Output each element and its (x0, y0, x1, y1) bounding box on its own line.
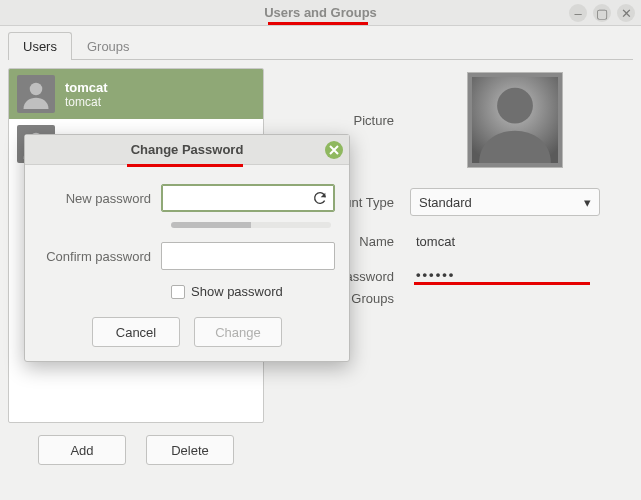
show-password-row[interactable]: Show password (171, 284, 335, 299)
account-type-combo[interactable]: Standard ▾ (410, 188, 600, 216)
new-password-row: New password (39, 184, 335, 212)
dialog-body: New password Confirm password Show passw… (25, 168, 349, 361)
tabbar: Users Groups (8, 30, 633, 60)
generate-password-icon[interactable] (312, 190, 328, 206)
dialog-actions: Cancel Change (39, 317, 335, 347)
add-user-button[interactable]: Add (38, 435, 126, 465)
refresh-icon (312, 190, 328, 206)
name-value[interactable]: tomcat (410, 234, 633, 249)
window-controls: – ▢ ✕ (569, 4, 635, 22)
annotation-under-password (414, 282, 590, 285)
new-password-input[interactable] (162, 185, 334, 211)
display-name: tomcat (65, 80, 108, 95)
dialog-title: Change Password (131, 142, 244, 157)
password-masked: •••••• (410, 267, 455, 282)
show-password-label: Show password (191, 284, 283, 299)
window-title: Users and Groups (264, 5, 377, 20)
dialog-titlebar: Change Password (25, 135, 349, 165)
close-icon (329, 145, 339, 155)
show-password-checkbox[interactable] (171, 285, 185, 299)
minimize-button[interactable]: – (569, 4, 587, 22)
tab-groups[interactable]: Groups (72, 32, 145, 60)
tab-users[interactable]: Users (8, 32, 72, 60)
delete-user-button[interactable]: Delete (146, 435, 234, 465)
picture-label: Picture (284, 113, 394, 128)
account-type-value: Standard (419, 195, 472, 210)
user-names: tomcat tomcat (65, 80, 108, 109)
change-button[interactable]: Change (194, 317, 282, 347)
new-password-label: New password (39, 191, 161, 206)
password-strength-bar (171, 222, 331, 228)
dialog-close-button[interactable] (325, 141, 343, 159)
annotation-under-dialog-title (127, 164, 243, 167)
user-list-actions: Add Delete (8, 435, 264, 465)
maximize-button[interactable]: ▢ (593, 4, 611, 22)
svg-point-3 (497, 88, 533, 124)
password-value-area[interactable]: •••••• (410, 267, 633, 285)
new-password-input-wrap (161, 184, 335, 212)
avatar-icon (17, 75, 55, 113)
chevron-down-icon: ▾ (584, 195, 591, 210)
confirm-password-input[interactable] (162, 243, 334, 269)
list-item[interactable]: tomcat tomcat (9, 69, 263, 119)
cancel-button[interactable]: Cancel (92, 317, 180, 347)
username: tomcat (65, 95, 108, 109)
close-button[interactable]: ✕ (617, 4, 635, 22)
confirm-password-input-wrap (161, 242, 335, 270)
change-password-dialog: Change Password New password Confirm pas… (24, 134, 350, 362)
confirm-password-label: Confirm password (39, 249, 161, 264)
svg-point-0 (30, 83, 43, 96)
annotation-under-title (268, 22, 368, 25)
confirm-password-row: Confirm password (39, 242, 335, 270)
avatar-picture[interactable] (467, 72, 563, 168)
